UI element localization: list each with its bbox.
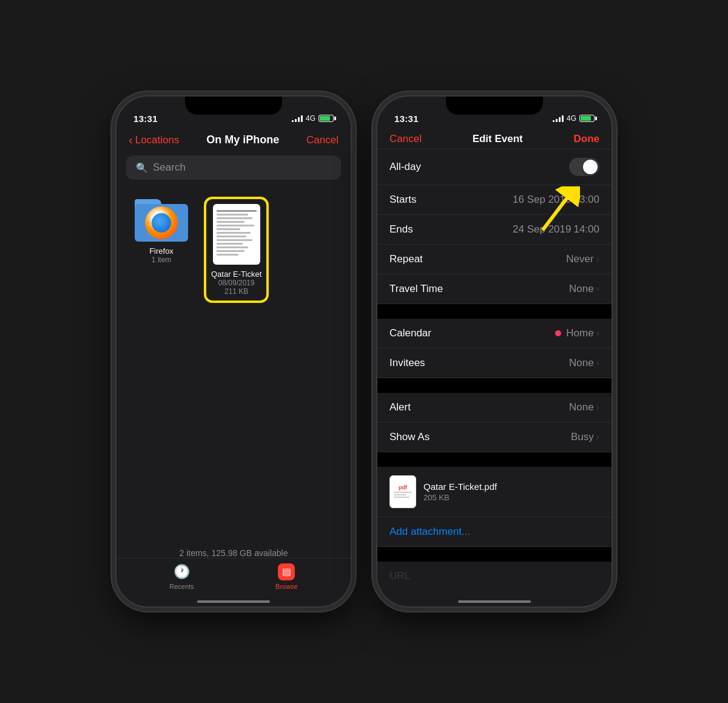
network-label: 4G bbox=[306, 114, 315, 123]
storage-info: 2 items, 125.98 GB available bbox=[116, 548, 351, 558]
starts-date: 16 Sep 2019 bbox=[513, 194, 571, 206]
file-name-firefox: Firefox bbox=[149, 246, 174, 256]
alert-row[interactable]: Alert None › bbox=[377, 393, 612, 423]
search-icon: 🔍 bbox=[136, 162, 148, 174]
files-screen: 13:31 4G ‹ Locations On My iPhone bbox=[116, 97, 351, 606]
search-bar[interactable]: 🔍 Search bbox=[126, 155, 341, 180]
chevron-right-icon: › bbox=[596, 254, 599, 265]
status-icons-2: 4G bbox=[553, 114, 595, 123]
alert-value: None › bbox=[569, 401, 599, 413]
show-as-label: Show As bbox=[389, 431, 430, 443]
chevron-left-icon: ‹ bbox=[129, 133, 133, 147]
time-display-2: 13:31 bbox=[394, 114, 419, 124]
search-input[interactable]: Search bbox=[153, 161, 186, 174]
chevron-right-icon-inv: › bbox=[596, 358, 599, 368]
ends-value: 24 Sep 2019 14:00 bbox=[513, 223, 599, 236]
repeat-text: Never bbox=[566, 253, 593, 265]
all-day-toggle[interactable] bbox=[569, 158, 599, 176]
chevron-right-icon-cal: › bbox=[596, 328, 599, 339]
starts-label: Starts bbox=[389, 194, 416, 206]
page-title-files: On My iPhone bbox=[206, 134, 279, 146]
all-day-label: All-day bbox=[389, 161, 421, 173]
files-grid: Firefox 1 item bbox=[116, 185, 351, 315]
show-as-text: Busy bbox=[571, 431, 594, 443]
pdf-icon: pdf bbox=[389, 475, 416, 508]
attachment-name: Qatar E-Ticket.pdf bbox=[423, 481, 497, 492]
repeat-row[interactable]: Repeat Never › bbox=[377, 245, 612, 274]
starts-row[interactable]: Starts 16 Sep 2019 13:00 bbox=[377, 185, 612, 215]
starts-value: 16 Sep 2019 13:00 bbox=[513, 194, 599, 206]
chevron-right-icon-alert: › bbox=[596, 402, 599, 413]
calendar-text: Home bbox=[566, 327, 593, 339]
pdf-label: pdf bbox=[399, 484, 407, 491]
calendar-dot bbox=[555, 330, 561, 336]
cancel-button-cal[interactable]: Cancel bbox=[389, 133, 422, 145]
calendar-value: Home › bbox=[555, 327, 599, 339]
calendar-content: All-day Starts 16 Sep 2019 13:00 Ends 24… bbox=[377, 149, 612, 586]
ends-row[interactable]: Ends 24 Sep 2019 14:00 bbox=[377, 215, 612, 245]
calendar-row[interactable]: Calendar Home › bbox=[377, 319, 612, 348]
signal-icon bbox=[292, 115, 303, 122]
section-separator-2 bbox=[377, 378, 612, 393]
tab-recents[interactable]: 🕐 Recents bbox=[169, 563, 194, 590]
alert-text: None bbox=[569, 401, 594, 413]
attachment-size: 205 KB bbox=[423, 493, 497, 502]
signal-icon-2 bbox=[553, 115, 564, 122]
ends-time: 14:00 bbox=[573, 223, 599, 236]
show-as-row[interactable]: Show As Busy › bbox=[377, 423, 612, 452]
file-name-qatar: Qatar E-Ticket bbox=[211, 270, 261, 279]
tab-browse[interactable]: ▤ Browse bbox=[275, 563, 298, 590]
add-attachment-button[interactable]: Add attachment... bbox=[377, 517, 612, 547]
recents-icon: 🕐 bbox=[173, 563, 190, 580]
invitees-label: Invitees bbox=[389, 357, 425, 369]
attachment-info: Qatar E-Ticket.pdf 205 KB bbox=[423, 481, 497, 502]
all-day-row[interactable]: All-day bbox=[377, 149, 612, 185]
section-separator-4 bbox=[377, 547, 612, 562]
list-item[interactable]: Firefox 1 item bbox=[131, 197, 192, 303]
invitees-text: None bbox=[569, 357, 594, 369]
section-separator-3 bbox=[377, 452, 612, 467]
alert-label: Alert bbox=[389, 401, 411, 413]
file-meta-firefox: 1 item bbox=[152, 256, 172, 264]
calendar-screen: 13:31 4G bbox=[377, 97, 612, 606]
toggle-knob bbox=[583, 160, 598, 174]
notch-2 bbox=[446, 97, 543, 115]
url-row[interactable]: URL bbox=[377, 562, 612, 586]
back-label: Locations bbox=[135, 134, 180, 146]
home-indicator-2 bbox=[458, 600, 531, 603]
travel-time-value: None › bbox=[569, 283, 599, 295]
battery-icon bbox=[318, 115, 334, 122]
attachment-item[interactable]: pdf Qatar E-Ticket.pdf 205 KB bbox=[377, 467, 612, 517]
travel-time-label: Travel Time bbox=[389, 283, 443, 295]
list-item[interactable]: Qatar E-Ticket 08/09/2019 211 KB bbox=[204, 197, 269, 303]
phone-files: 13:31 4G ‹ Locations On My iPhone bbox=[115, 95, 352, 608]
calendar-label: Calendar bbox=[389, 327, 431, 339]
back-button[interactable]: ‹ Locations bbox=[129, 133, 179, 147]
tab-recents-label: Recents bbox=[169, 583, 194, 590]
phone-calendar: 13:31 4G bbox=[376, 95, 613, 608]
tab-browse-label: Browse bbox=[275, 583, 298, 590]
repeat-value: Never › bbox=[566, 253, 599, 265]
section-separator-1 bbox=[377, 304, 612, 319]
status-icons-1: 4G bbox=[292, 114, 334, 123]
page-title-cal: Edit Event bbox=[473, 133, 523, 145]
home-indicator bbox=[197, 600, 270, 603]
browse-icon: ▤ bbox=[278, 563, 295, 580]
done-button[interactable]: Done bbox=[573, 133, 599, 145]
cancel-button-files[interactable]: Cancel bbox=[306, 134, 339, 146]
file-size-qatar: 211 KB bbox=[224, 287, 248, 296]
starts-time: 13:00 bbox=[573, 194, 599, 206]
ends-label: Ends bbox=[389, 223, 413, 236]
folder-icon bbox=[135, 197, 188, 242]
time-display-1: 13:31 bbox=[133, 114, 158, 124]
battery-icon-2 bbox=[579, 115, 595, 122]
invitees-row[interactable]: Invitees None › bbox=[377, 348, 612, 378]
repeat-label: Repeat bbox=[389, 253, 423, 265]
chevron-right-icon-show: › bbox=[596, 432, 599, 443]
travel-time-row[interactable]: Travel Time None › bbox=[377, 274, 612, 304]
invitees-value: None › bbox=[569, 357, 599, 369]
show-as-value: Busy › bbox=[571, 431, 599, 443]
chevron-right-icon-travel: › bbox=[596, 284, 599, 294]
network-label-2: 4G bbox=[567, 114, 576, 123]
ends-date: 24 Sep 2019 bbox=[513, 223, 571, 236]
